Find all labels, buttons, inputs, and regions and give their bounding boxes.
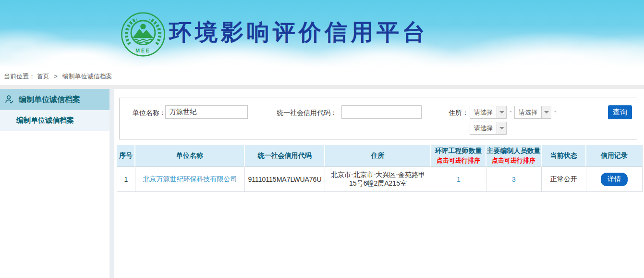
mee-logo-icon: MEE bbox=[120, 11, 166, 58]
detail-button[interactable]: 详情 bbox=[601, 173, 628, 186]
credit-code-cell: 91110115MA7LWUA76U bbox=[245, 167, 325, 192]
breadcrumb-prefix: 当前位置： bbox=[4, 73, 35, 80]
table-row: 1 北京万源世纪环保科技有限公司 91110115MA7LWUA76U 北京市-… bbox=[117, 167, 643, 192]
credit-code-input[interactable] bbox=[341, 105, 422, 119]
sidebar: 编制单位诚信档案 编制单位诚信档案 bbox=[0, 89, 109, 278]
breadcrumb-current: 编制单位诚信档案 bbox=[62, 73, 112, 80]
unit-name-label: 单位名称： bbox=[133, 109, 166, 117]
site-header: MEE 环境影响评价信用平台 bbox=[0, 0, 644, 67]
chevron-down-icon bbox=[497, 106, 506, 118]
sidebar-divider bbox=[109, 89, 114, 278]
address-label: 住所： bbox=[449, 109, 469, 117]
main-content: 单位名称： 统一社会信用代码： 住所： 请选择 - 请选择 - 请选择 bbox=[114, 89, 644, 278]
col-staff-count[interactable]: 主要编制人员数量 点击可进行排序 bbox=[486, 145, 542, 167]
sidebar-subitem-label: 编制单位诚信档案 bbox=[16, 116, 74, 125]
col-staff-count-label: 主要编制人员数量 bbox=[486, 147, 541, 155]
sort-hint: 点击可进行排序 bbox=[431, 156, 486, 165]
col-credit-record: 信用记录 bbox=[586, 145, 643, 167]
breadcrumb: 当前位置： 首页 > 编制单位诚信档案 bbox=[0, 67, 644, 85]
col-credit-code: 统一社会信用代码 bbox=[245, 145, 325, 167]
row-index: 1 bbox=[117, 167, 135, 192]
province-select[interactable]: 请选择 bbox=[470, 106, 507, 119]
col-engineer-count[interactable]: 环评工程师数量 点击可进行排序 bbox=[431, 145, 486, 167]
site-title: 环境影响评价信用平台 bbox=[169, 17, 428, 48]
col-index: 序号 bbox=[117, 145, 135, 167]
sidebar-item-label: 编制单位诚信档案 bbox=[19, 95, 80, 105]
chevron-down-icon bbox=[541, 106, 551, 118]
district-select[interactable]: 请选择 bbox=[470, 122, 507, 135]
staff-count-link[interactable]: 3 bbox=[512, 176, 516, 183]
sort-hint: 点击可进行排序 bbox=[486, 156, 541, 165]
address-separator: - bbox=[554, 108, 557, 115]
status-cell: 正常公开 bbox=[542, 167, 586, 192]
section-divider bbox=[0, 85, 644, 89]
credit-code-label: 统一社会信用代码： bbox=[277, 109, 337, 117]
address-cell: 北京市-北京市-大兴区-金苑路甲15号6幢2层A215室 bbox=[325, 167, 431, 192]
table-header: 序号 单位名称 统一社会信用代码 住所 环评工程师数量 点击可进行排序 主要编制… bbox=[117, 145, 643, 167]
page: MEE 环境影响评价信用平台 当前位置： 首页 > 编制单位诚信档案 编制单位诚… bbox=[0, 0, 644, 278]
col-address: 住所 bbox=[325, 145, 431, 167]
col-engineer-count-label: 环评工程师数量 bbox=[431, 147, 486, 155]
col-status: 当前状态 bbox=[542, 145, 586, 167]
col-unit-name: 单位名称 bbox=[135, 145, 245, 167]
sidebar-subitem-credit-archive[interactable]: 编制单位诚信档案 bbox=[0, 110, 109, 131]
query-button[interactable]: 查询 bbox=[608, 105, 632, 119]
city-select[interactable]: 请选择 bbox=[514, 106, 551, 119]
mee-logo-text: MEE bbox=[135, 48, 151, 53]
mee-logo: MEE bbox=[120, 11, 166, 58]
address-separator: - bbox=[510, 108, 512, 115]
search-panel: 单位名称： 统一社会信用代码： 住所： 请选择 - 请选择 - 请选择 bbox=[119, 98, 637, 139]
breadcrumb-separator: > bbox=[54, 73, 58, 80]
engineer-count-link[interactable]: 1 bbox=[457, 176, 461, 183]
chevron-down-icon bbox=[497, 122, 506, 134]
sidebar-item-credit-archive[interactable]: 编制单位诚信档案 bbox=[0, 89, 109, 110]
results-table: 序号 单位名称 统一社会信用代码 住所 环评工程师数量 点击可进行排序 主要编制… bbox=[117, 145, 643, 192]
unit-name-input[interactable] bbox=[165, 105, 248, 119]
breadcrumb-home-link[interactable]: 首页 bbox=[37, 73, 49, 80]
user-check-icon bbox=[4, 94, 15, 105]
content-layout: 编制单位诚信档案 编制单位诚信档案 单位名称： 统一社会信用代码： 住所： 请选… bbox=[0, 89, 644, 278]
company-link[interactable]: 北京万源世纪环保科技有限公司 bbox=[143, 175, 237, 183]
